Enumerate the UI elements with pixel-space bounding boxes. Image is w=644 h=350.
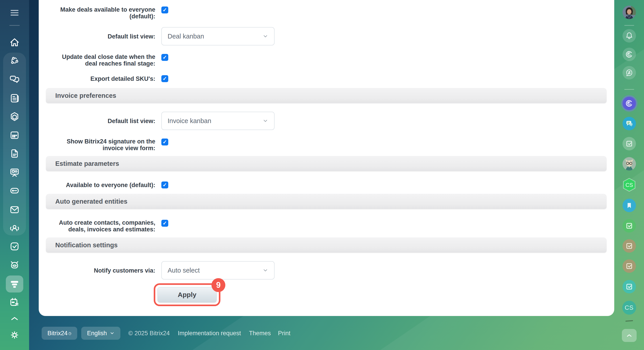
apply-button[interactable]: Apply [158, 287, 216, 302]
cs-circle-badge[interactable]: CS [622, 301, 636, 315]
copilot-purple-icon[interactable] [622, 97, 636, 110]
calendar-icon[interactable] [9, 130, 20, 140]
tasks-check-icon[interactable] [622, 137, 636, 150]
chevron-down-icon [262, 33, 268, 39]
cat-assistant-avatar[interactable] [622, 157, 636, 172]
field-label: Auto create contacts, companies, deals, … [52, 219, 155, 233]
deal-list-view-select[interactable]: Deal kanban [161, 27, 274, 46]
section-header-invoice-preferences: Invoice preferences [46, 88, 607, 103]
automation-robot-icon[interactable] [9, 260, 20, 270]
field-label: Make deals available to everyone (defaul… [52, 6, 155, 20]
messenger-bubbles-icon[interactable] [622, 117, 636, 130]
brand-label: Bitrix24 [48, 330, 68, 337]
copyright-text: © 2025 Bitrix24 [128, 330, 170, 337]
annotation-highlight-box: Apply [154, 283, 220, 306]
notifications-bell-icon[interactable] [622, 29, 636, 42]
field-label: Available to everyone (default): [52, 182, 155, 188]
clock-mark-icon: ◷ [68, 331, 72, 336]
chevron-down-icon [110, 331, 114, 336]
cs-circle-text: CS [625, 304, 634, 311]
signature-checkbox[interactable]: ✓ [161, 138, 168, 146]
field-label: Export detailed SKU's: [52, 76, 155, 82]
bitrix24-crm-settings-page: Make deals available to everyone (defaul… [0, 0, 644, 350]
field-label: Notify customers via: [52, 267, 155, 274]
select-value: Auto select [168, 267, 262, 274]
section-title: Invoice preferences [55, 92, 116, 99]
bookmark-icon[interactable] [622, 199, 636, 212]
update-close-date-checkbox[interactable]: ✓ [161, 54, 168, 61]
field-label: Show Bitrix24 signature on the invoice v… [52, 138, 155, 152]
themes-link[interactable]: Themes [249, 330, 271, 337]
section-header-auto-generated: Auto generated entities [46, 194, 607, 209]
select-value: Invoice kanban [168, 117, 262, 125]
field-label: Default list view: [52, 33, 155, 40]
tasks-icon[interactable] [9, 241, 20, 252]
market-hexagon-icon[interactable] [9, 111, 20, 122]
check-icon: ✓ [163, 139, 167, 145]
bitrix24-brand-button[interactable]: Bitrix24◷ [42, 327, 77, 340]
notify-customers-select[interactable]: Auto select [161, 261, 274, 280]
chevron-down-icon [262, 118, 268, 124]
collapse-up-icon[interactable] [622, 329, 636, 342]
copilot-icon[interactable] [622, 48, 636, 61]
implementation-request-link[interactable]: Implementation request [178, 330, 241, 337]
cs-hex-text: CS [626, 182, 633, 188]
employees-icon[interactable] [9, 223, 20, 234]
collab-network-icon[interactable] [9, 55, 20, 66]
auto-create-checkbox[interactable]: ✓ [161, 220, 168, 227]
print-link[interactable]: Print [278, 330, 290, 337]
language-label: English [87, 330, 107, 337]
tasks-check-olive2-icon[interactable] [622, 259, 636, 273]
section-header-notification-settings: Notification settings [46, 238, 607, 253]
select-value: Deal kanban [168, 33, 262, 40]
tasks-check-teal-icon[interactable] [622, 280, 636, 294]
section-title: Auto generated entities [55, 198, 127, 205]
page-footer: Bitrix24◷ English © 2025 Bitrix24 Implem… [42, 327, 290, 340]
export-sku-checkbox[interactable]: ✓ [161, 75, 168, 82]
field-label: Update deal close date when the deal rea… [52, 54, 155, 67]
home-icon[interactable] [9, 37, 20, 48]
rail-mini-divider [625, 320, 633, 322]
nav-divider [10, 25, 20, 26]
booking-calendar-icon[interactable] [9, 297, 20, 308]
field-label: Default list view: [52, 118, 155, 124]
section-title: Notification settings [55, 242, 118, 249]
check-icon: ✓ [163, 76, 167, 82]
drive-icon[interactable] [9, 185, 20, 196]
whiteboard-icon[interactable] [9, 167, 20, 178]
section-title: Estimate parameters [55, 160, 119, 168]
annotation-step-badge: 9 [212, 278, 225, 292]
crm-funnel-icon[interactable] [9, 278, 20, 289]
check-icon: ✓ [163, 54, 167, 60]
news-feed-icon[interactable] [9, 93, 20, 104]
tasks-check-olive-icon[interactable] [622, 239, 636, 253]
invoice-list-view-select[interactable]: Invoice kanban [161, 112, 274, 130]
collapse-chevron-icon[interactable] [9, 313, 20, 324]
cs-hexagon-badge[interactable]: CS [622, 178, 636, 193]
chevron-down-icon [262, 268, 268, 273]
check-icon: ✓ [163, 182, 167, 188]
check-icon: ✓ [163, 7, 167, 13]
messenger-icon[interactable] [9, 74, 20, 85]
available-everyone-checkbox[interactable]: ✓ [161, 182, 168, 188]
left-sidebar [0, 0, 29, 350]
rail-divider [624, 25, 634, 26]
rail-divider [624, 89, 634, 90]
section-header-estimate-parameters: Estimate parameters [46, 156, 607, 171]
make-deals-checkbox[interactable]: ✓ [161, 6, 168, 14]
document-icon[interactable] [9, 148, 20, 159]
right-sidebar: CS CS [614, 0, 644, 350]
user-avatar[interactable] [622, 6, 636, 20]
language-selector[interactable]: English [81, 327, 120, 340]
check-icon: ✓ [163, 220, 167, 226]
settings-gear-icon[interactable] [9, 330, 20, 340]
mail-icon[interactable] [9, 204, 20, 215]
settings-form-panel: Make deals available to everyone (defaul… [39, 0, 614, 316]
tasks-check-green-icon[interactable] [622, 219, 636, 232]
chat-transfer-icon[interactable] [622, 66, 636, 80]
hamburger-menu-icon[interactable] [9, 8, 20, 18]
